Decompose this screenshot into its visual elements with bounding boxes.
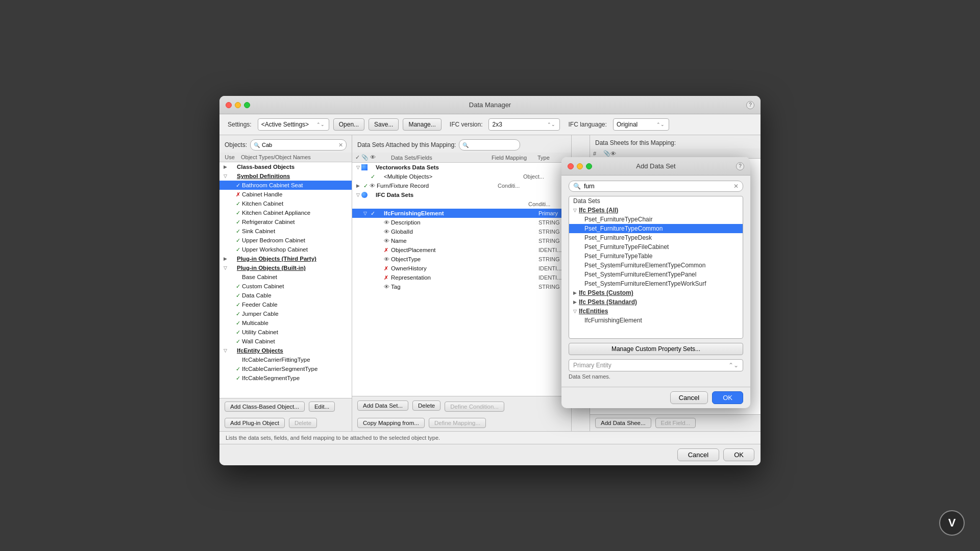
dialog-entities-label: IfcEntities [579, 308, 608, 315]
dialog-item-sys-worksurf[interactable]: Pset_SystemFurnitureElementTypeWorkSurf [569, 279, 743, 288]
dialog-list-header: Data Sets [569, 196, 743, 206]
dialog-item-table[interactable]: Pset_FurnitureTypeTable [569, 252, 743, 261]
dialog-ok-btn[interactable]: OK [712, 391, 743, 404]
dialog-traffic-lights [568, 163, 592, 169]
dialog-item-sys-common[interactable]: Pset_SystemFurnitureElementTypeCommon [569, 261, 743, 270]
dialog-search-input[interactable] [584, 183, 730, 190]
dialog-section-all[interactable]: ▽ Ifc PSets (All) [569, 206, 743, 215]
dialog-item-ifc-furnishing[interactable]: IfcFurnishingElement [569, 316, 743, 325]
dialog-minimize-button[interactable] [577, 163, 583, 169]
primary-entity-select[interactable]: Primary Entity ⌃⌄ [569, 359, 743, 371]
dialog-search-box[interactable]: 🔍 ✕ [569, 181, 743, 192]
vectorworks-logo: V [939, 510, 965, 536]
dialog-item-chair[interactable]: Pset_FurnitureTypeChair [569, 215, 743, 224]
dialog-all-label: Ifc PSets (All) [579, 207, 618, 214]
dialog-footer: Cancel OK [561, 387, 750, 408]
dialog-cancel-btn[interactable]: Cancel [670, 391, 708, 404]
primary-entity-label: Primary Entity [573, 362, 611, 369]
dialog-standard-label: Ifc PSets (Standard) [579, 298, 637, 306]
dialog-section-custom[interactable]: ▶ Ifc PSets (Custom) [569, 288, 743, 297]
dialog-title: Add Data Set [636, 162, 675, 170]
dialog-help-button[interactable]: ? [736, 162, 744, 170]
add-data-set-dialog: Add Data Set ? 🔍 ✕ Data Sets ▽ [561, 157, 750, 408]
dialog-item-common[interactable]: Pset_FurnitureTypeCommon [569, 224, 743, 233]
dialog-item-sys-panel[interactable]: Pset_SystemFurnitureElementTypePanel [569, 270, 743, 279]
dialog-item-desk[interactable]: Pset_FurnitureTypeDesk [569, 233, 743, 242]
data-manager-window: Data Manager ? Settings: <Active Setting… [219, 96, 761, 465]
dialog-close-button[interactable] [568, 163, 574, 169]
dialog-list[interactable]: Data Sets ▽ Ifc PSets (All) Pset_Furnitu… [569, 196, 743, 339]
dialog-clear-icon[interactable]: ✕ [733, 183, 739, 190]
dialog-titlebar: Add Data Set ? [561, 157, 750, 176]
dialog-maximize-button[interactable] [586, 163, 592, 169]
dialog-body: 🔍 ✕ Data Sets ▽ Ifc PSets (All) Pset_Fur… [561, 176, 750, 387]
dialog-item-filecabinet[interactable]: Pset_FurnitureTypeFileCabinet [569, 242, 743, 252]
manage-custom-btn[interactable]: Manage Custom Property Sets... [569, 343, 743, 355]
dialog-overlay: Add Data Set ? 🔍 ✕ Data Sets ▽ [219, 96, 761, 465]
dialog-section-standard[interactable]: ▶ Ifc PSets (Standard) [569, 297, 743, 307]
dataset-names-note: Data Set names. [569, 373, 743, 380]
dialog-custom-label: Ifc PSets (Custom) [579, 289, 633, 296]
dialog-search-icon: 🔍 [573, 183, 581, 190]
dialog-section-entities[interactable]: ▽ IfcEntities [569, 307, 743, 316]
